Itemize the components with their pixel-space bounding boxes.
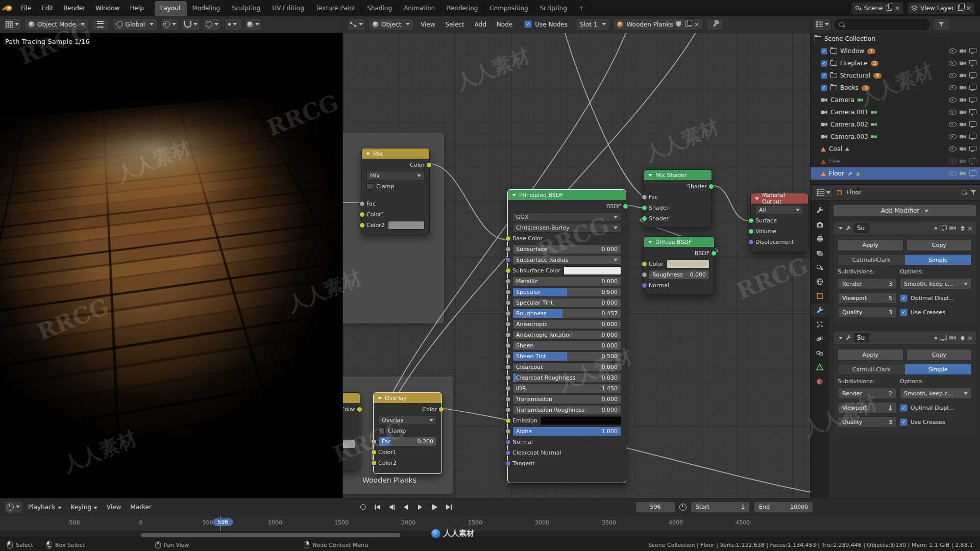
timeline-ruler[interactable]: -500 0 500 1000 1500 2000 2500 3000 3500… [0,516,980,532]
tab-modifiers[interactable] [811,304,828,317]
tab-view-layer[interactable] [811,246,828,260]
ior-socket[interactable] [505,386,511,391]
subsurface-socket[interactable] [505,246,511,252]
node-overlay[interactable]: Overlay Color Overlay Clamp Fac0.200 Col… [373,392,442,474]
principled-input-transmission[interactable]: Transmission0.000 [512,394,621,404]
proportional-editing-dropdown[interactable] [203,18,221,31]
realtime-toggle-icon[interactable] [940,226,947,230]
material-output-target-dropdown[interactable]: All [755,205,803,214]
outliner-item-camera-001[interactable]: Camera.001 [811,106,980,118]
hide-eye-icon[interactable] [949,122,957,127]
outliner-filter-button[interactable] [933,18,950,31]
diffuse-input-color[interactable]: Color [649,259,709,268]
use-nodes-checkbox[interactable] [524,20,532,28]
quality-field[interactable]: Quality3 [838,416,897,428]
material-output-input-surface[interactable]: Surface [755,216,803,225]
viewport-subdivisions-field[interactable]: Viewport1 [838,402,897,413]
outliner-item-books[interactable]: Books 5 [811,82,980,94]
principled-input-ior[interactable]: IOR1.450 [512,384,621,393]
tangent-socket[interactable] [505,461,511,466]
tab-render[interactable] [811,218,828,231]
principled-input-emission[interactable]: Emission [512,416,621,425]
delete-modifier-icon[interactable]: × [967,225,973,232]
hide-eye-icon[interactable] [949,159,957,164]
normal-socket[interactable] [642,283,647,288]
bsdf-output-socket[interactable] [623,204,628,209]
tab-material[interactable] [811,375,828,388]
jump-to-start-button[interactable] [372,503,383,512]
subdivision-type-segment[interactable]: Catmull-Clark Simple [838,364,972,375]
edit-mode-toggle-icon[interactable] [935,337,937,339]
render-visibility-icon[interactable] [960,49,966,54]
tab-output[interactable] [811,232,828,245]
use-creases-toggle[interactable]: Use Creases [900,309,972,316]
modifier-2-header[interactable]: Su × [834,331,976,345]
render-visibility-icon[interactable] [960,110,966,115]
transmission-socket[interactable] [505,396,511,402]
edit-mode-toggle-icon[interactable] [935,227,937,230]
outliner-item-camera-003[interactable]: Camera.003 [811,131,980,143]
node-menu-view[interactable]: View [417,21,438,28]
shader-node-editor[interactable]: Mix Color Mix Clamp Fac Color1 Color2 Pr… [342,33,811,498]
node-material-output[interactable]: Material Output All Surface Volume Displ… [750,193,808,252]
overlays-dropdown[interactable] [244,18,262,31]
workspace-tab-scripting[interactable]: Scripting [534,1,573,16]
overlay-input-color2[interactable]: Color2 [378,458,437,467]
color-output-socket[interactable] [357,407,362,412]
render-visibility-icon[interactable] [960,171,966,176]
tab-tool[interactable] [811,204,828,217]
principled-input-tangent[interactable]: Tangent [512,459,621,468]
outliner-item-fireplace[interactable]: Fireplace 3 [811,57,980,69]
simple-option[interactable]: Simple [905,364,972,374]
tab-particles[interactable] [811,318,828,331]
collection-checkbox[interactable] [821,48,827,55]
principled-subsurface-method-dropdown[interactable]: Christensen-Burley [512,223,621,232]
viewport-visibility-icon[interactable] [969,146,976,151]
principled-input-specular[interactable]: Specular0.500 [512,287,621,296]
workspace-tab-uv-editing[interactable]: UV Editing [266,1,310,16]
play-button[interactable] [414,503,426,512]
viewport-visibility-icon[interactable] [969,48,976,53]
hide-eye-icon[interactable] [949,110,957,115]
clearcoat-roughness-socket[interactable] [505,375,511,381]
simple-option[interactable]: Simple [905,255,972,265]
viewport-editor-type-button[interactable] [3,18,21,31]
color-output-socket[interactable] [438,407,444,412]
collection-checkbox[interactable] [821,72,827,79]
scrollbar-thumb[interactable] [141,533,400,537]
hide-eye-icon[interactable] [949,134,957,139]
uv-smooth-dropdown[interactable]: Smooth, keep c... [900,278,972,289]
alpha-socket[interactable] [505,429,511,434]
principled-input-normal[interactable]: Normal [512,437,621,446]
tab-constraints[interactable] [811,346,828,360]
metallic-socket[interactable] [505,279,511,284]
viewport-visibility-icon[interactable] [969,121,976,127]
color2-socket[interactable] [371,460,377,466]
mix-shader-input-shader2[interactable]: Shader [649,214,707,223]
unlink-scene-icon[interactable]: × [894,5,900,11]
node-partial-left[interactable]: Color [342,392,360,471]
optimal-display-checkbox[interactable] [900,404,908,412]
remove-view-layer-icon[interactable]: × [966,5,971,11]
specular-tint-socket[interactable] [505,300,511,306]
use-creases-checkbox[interactable] [900,418,908,426]
modifier-name-field[interactable]: Su [854,223,869,233]
volume-socket[interactable] [748,229,754,234]
shader-type-dropdown[interactable]: Object [369,18,414,31]
viewport-visibility-icon[interactable] [969,60,976,65]
pin-material-button[interactable] [706,18,724,31]
bsdf-output-socket[interactable] [711,251,717,256]
principled-input-anisotropic[interactable]: Anisotropic0.000 [512,319,621,329]
scene-selector[interactable]: Scene × [851,2,904,14]
render-toggle-icon[interactable] [949,226,956,231]
diffuse-input-roughness[interactable]: Roughness0.000 [649,270,709,279]
clearcoat-normal-socket[interactable] [505,450,511,456]
fac-socket[interactable] [359,201,365,207]
move-down-icon[interactable] [961,338,965,341]
transmission-roughness-socket[interactable] [505,407,511,413]
color2-socket[interactable] [359,222,365,228]
diffuse-color-swatch[interactable] [667,260,709,268]
menu-help[interactable]: Help [125,1,148,16]
node-material-output-header[interactable]: Material Output [751,193,808,204]
menu-file[interactable]: File [16,1,36,16]
